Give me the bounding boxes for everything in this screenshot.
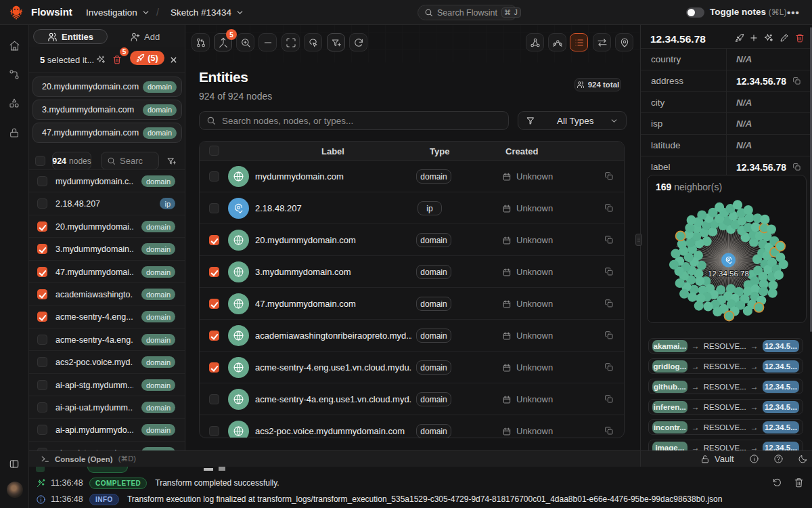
svg-text:12.34.56.78: 12.34.56.78 [708, 270, 749, 278]
